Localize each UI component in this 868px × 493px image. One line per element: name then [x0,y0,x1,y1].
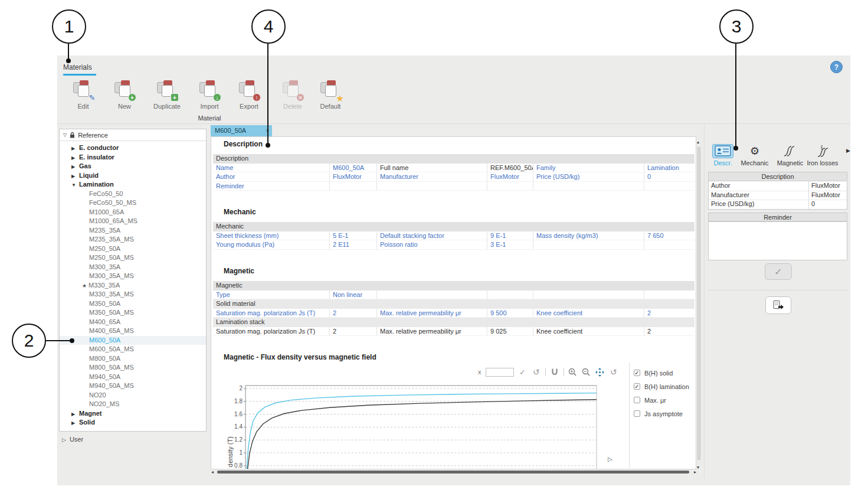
table-cell[interactable]: Manufacturer [377,172,487,181]
table-cell[interactable]: Saturation mag. polarization Js (T) [213,327,330,336]
chart-expander-icon[interactable]: ▷ [608,456,612,462]
table-cell[interactable]: Name [213,164,330,172]
tree-item-m400-65a-ms[interactable]: M400_65A_MS [60,327,206,336]
pan-icon[interactable] [595,367,605,377]
reminder-textarea[interactable] [708,221,847,260]
toolbar-button-new[interactable]: +New [107,80,142,117]
table-cell[interactable] [533,290,644,299]
editor-tab-m600-50a[interactable]: M600_50A × [211,125,272,136]
tree-item-no20[interactable]: NO20 [60,391,206,400]
table-cell[interactable]: 2 E11 [330,240,377,249]
toolbar-button-default[interactable]: ★Default [313,80,348,117]
table-cell[interactable]: M600_50A [330,164,377,172]
table-cell[interactable]: Lamination [644,164,695,172]
reference-tree-header[interactable]: ▽ Reference [60,129,206,141]
toolbar-button-edit[interactable]: ✎Edit [65,80,101,117]
table-cell[interactable]: 9 025 [487,327,533,336]
table-cell[interactable]: Full name [377,164,487,172]
tree-item-liquid[interactable]: ▶Liquid [60,171,206,181]
table-cell[interactable] [487,290,533,299]
table-cell[interactable]: Knee coefficient [533,309,644,318]
horizontal-scrollbar-thumb[interactable] [217,471,689,474]
property-tab-iron-losses[interactable]: Iron losses [804,144,841,166]
table-cell[interactable]: 0 [644,172,695,181]
table-cell[interactable] [487,182,533,191]
table-cell[interactable] [644,182,695,191]
tree-item-m300-35a-ms[interactable]: M300_35A_MS [60,272,206,281]
tree-item-m350-50a[interactable]: M350_50A [60,299,206,309]
table-cell[interactable] [377,290,487,299]
vertical-scrollbar-thumb[interactable] [697,147,700,460]
table-cell[interactable]: 5 E-1 [330,231,377,240]
table-cell[interactable] [533,240,644,249]
tree-item-m235-35a-ms[interactable]: M235_35A_MS [60,235,206,244]
scroll-down-icon[interactable]: ▾ [697,465,699,470]
table-cell[interactable]: Author [213,172,330,181]
table-cell[interactable]: Sheet thickness (mm) [213,231,330,240]
magnet-icon[interactable] [550,367,559,377]
x-coordinate-input[interactable] [486,368,514,377]
tree-item-lamination[interactable]: ▼Lamination [60,180,206,190]
tree-item-m1000-65a-ms[interactable]: M1000_65A_MS [60,217,206,226]
tree-item-m940-50a-ms[interactable]: M940_50A_MS [60,381,206,391]
more-tabs-icon[interactable]: ▶ [846,148,850,154]
table-cell[interactable]: 2 [644,309,695,318]
table-cell[interactable]: FluxMotor [487,172,533,181]
tree-item-m300-35a[interactable]: M300_35A [60,263,206,272]
tree-section-user[interactable]: ▷User [62,436,83,443]
tree-item-m235-35a[interactable]: M235_35A [60,226,206,236]
tree-item-m350-50a-ms[interactable]: M350_50A_MS [60,308,206,318]
checkbox-js-asymptote[interactable]: Js asymptote [634,407,689,420]
tree-item-feco50-50-ms[interactable]: FeCo50_50_MS [60,198,206,208]
table-cell[interactable]: Type [213,290,330,299]
table-cell[interactable]: 2 [330,309,377,318]
table-cell[interactable]: Reminder [213,182,330,191]
table-cell[interactable]: REF.M600_50A [487,164,533,172]
table-cell[interactable]: 9 500 [487,309,533,318]
table-cell[interactable]: Knee coefficient [533,327,644,336]
horizontal-scrollbar[interactable]: ◂ ▸ [211,469,696,475]
help-icon[interactable]: ? [830,61,843,73]
confirm-icon[interactable]: ✓ [518,367,528,377]
property-tab-mechanic[interactable]: ⚙Mechanic [736,144,773,166]
tree-item-m600-50a[interactable]: M600_50A [60,336,206,345]
scroll-right-icon[interactable]: ▸ [694,469,696,475]
tree-item-m800-50a-ms[interactable]: M800_50A_MS [60,363,206,373]
table-cell[interactable] [644,240,695,249]
table-cell[interactable] [533,182,644,191]
table-cell[interactable]: 2 [330,327,377,336]
property-tab-magnetic[interactable]: Magnetic [773,144,807,166]
property-value[interactable]: FluxMotor [809,191,847,201]
zoom-in-icon[interactable] [568,367,578,377]
table-cell[interactable]: Young modulus (Pa) [213,240,330,249]
table-cell[interactable]: Saturation mag. polarization Js (T) [213,309,330,318]
tree-item-m330-35a-ms[interactable]: M330_35A_MS [60,290,206,299]
toolbar-button-import[interactable]: ↓Import [192,80,227,117]
tree-item-m250-50a[interactable]: M250_50A [60,244,206,254]
table-cell[interactable]: Mass density (kg/m3) [533,231,644,240]
table-cell[interactable]: Price (USD/kg) [533,172,644,181]
toolbar-button-duplicate[interactable]: +Duplicate [149,80,185,117]
property-value[interactable]: FluxMotor [809,181,847,191]
tree-item-magnet[interactable]: ▶Magnet [60,409,206,419]
table-cell[interactable] [644,290,695,299]
tree-item-m250-50a-ms[interactable]: M250_50A_MS [60,253,206,263]
reset-icon[interactable]: ↺ [609,367,618,377]
table-cell[interactable]: 2 [644,327,695,336]
tree-item-m400-65a[interactable]: M400_65A [60,318,206,327]
zoom-out-icon[interactable] [582,367,591,377]
scroll-left-icon[interactable]: ◂ [211,469,214,475]
tree-item-m1000-65a[interactable]: M1000_65A [60,208,206,217]
checkbox-b-h-solid[interactable]: ✓B(H) solid [634,366,689,380]
table-cell[interactable]: 3 E-1 [487,240,533,249]
table-cell[interactable]: Max. relative permeability μr [377,309,487,318]
tree-item-m600-50a-ms[interactable]: M600_50A_MS [60,345,206,354]
table-cell[interactable]: FluxMotor [330,172,377,181]
table-cell[interactable]: Non linear [330,290,377,299]
table-cell[interactable] [330,182,377,191]
export-sheet-button[interactable] [765,296,791,314]
property-value[interactable]: 0 [809,200,847,209]
tree-item-e-insulator[interactable]: ▶E. insulator [60,153,206,162]
tree-item-feco50-50[interactable]: FeCo50_50 [60,190,206,199]
undo-icon[interactable]: ↺ [532,367,541,377]
